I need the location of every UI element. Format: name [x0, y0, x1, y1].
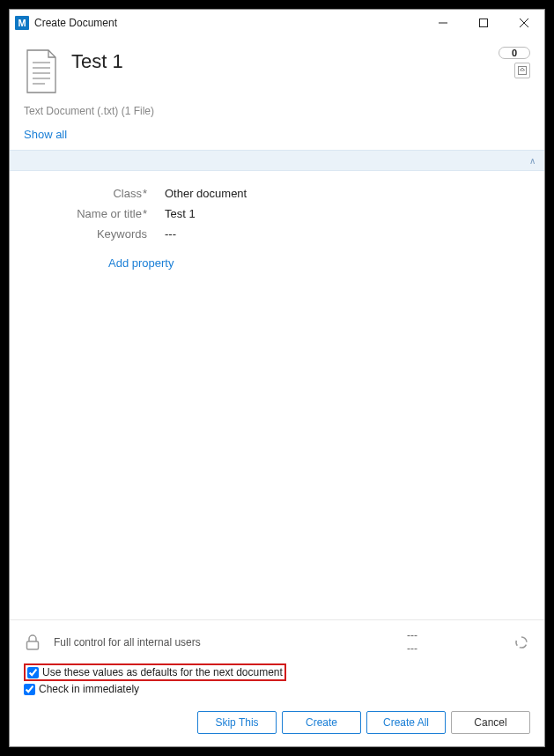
- svg-rect-11: [27, 641, 39, 649]
- app-icon: M: [15, 16, 29, 30]
- section-banner[interactable]: ∧: [10, 150, 544, 171]
- check-in-checkbox[interactable]: Check in immediately: [24, 681, 530, 697]
- property-value[interactable]: ---: [165, 227, 176, 241]
- comments-badge[interactable]: 0: [499, 47, 530, 59]
- add-property-link[interactable]: Add property: [108, 256, 530, 270]
- show-all-link[interactable]: Show all: [24, 128, 67, 141]
- titlebar: M Create Document: [10, 10, 544, 36]
- property-label: Class: [113, 187, 142, 200]
- highlight-box: Use these values as defaults for the nex…: [24, 663, 286, 681]
- skip-button[interactable]: Skip This: [197, 711, 277, 734]
- expand-icon[interactable]: [514, 63, 530, 78]
- svg-rect-1: [480, 19, 488, 27]
- cancel-button[interactable]: Cancel: [451, 711, 530, 734]
- property-row[interactable]: Name or title* Test 1: [24, 204, 530, 224]
- document-icon: [24, 48, 59, 94]
- create-all-button[interactable]: Create All: [366, 711, 446, 734]
- permissions-row: Full control for all internal users --- …: [10, 620, 544, 663]
- permissions-extra: --- ---: [407, 629, 513, 655]
- permissions-text: Full control for all internal users: [54, 636, 407, 649]
- document-subtitle: Text Document (.txt) (1 File): [10, 100, 544, 121]
- minimize-button[interactable]: [423, 10, 463, 36]
- create-button[interactable]: Create: [282, 711, 361, 734]
- options: Use these values as defaults for the nex…: [10, 663, 544, 702]
- property-row[interactable]: Class* Other document: [24, 183, 530, 204]
- property-label: Keywords: [97, 227, 147, 241]
- document-title: Test 1: [71, 50, 499, 73]
- maximize-button[interactable]: [463, 10, 504, 36]
- use-defaults-checkbox[interactable]: Use these values as defaults for the nex…: [27, 664, 283, 680]
- properties-panel: Class* Other document Name or title* Tes…: [10, 171, 544, 614]
- property-value[interactable]: Other document: [165, 187, 247, 200]
- property-label: Name or title: [77, 207, 142, 220]
- refresh-icon[interactable]: [513, 634, 530, 651]
- button-bar: Skip This Create Create All Cancel: [10, 702, 544, 746]
- check-in-label: Check in immediately: [39, 683, 139, 695]
- property-value[interactable]: Test 1: [165, 207, 196, 220]
- property-row[interactable]: Keywords ---: [24, 224, 530, 244]
- check-in-input[interactable]: [24, 684, 35, 695]
- chevron-up-icon: ∧: [529, 156, 536, 166]
- use-defaults-input[interactable]: [27, 667, 39, 678]
- lock-icon: [24, 633, 41, 652]
- use-defaults-label: Use these values as defaults for the nex…: [42, 666, 283, 678]
- header: Test 1 0: [10, 36, 544, 100]
- close-button[interactable]: [504, 10, 544, 36]
- window-title: Create Document: [34, 17, 117, 29]
